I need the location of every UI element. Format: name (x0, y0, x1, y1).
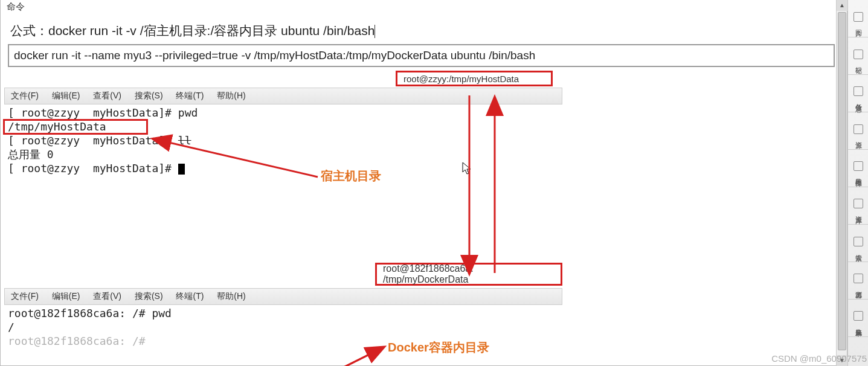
panel-label: 标记 (854, 62, 863, 63)
menu-file[interactable]: 文件(F) (11, 291, 39, 301)
prompt-path: myHostData]# (93, 134, 172, 147)
panel-icon (854, 124, 863, 134)
svg-line-4 (344, 347, 384, 366)
rp-mark[interactable]: 标记 (848, 37, 868, 75)
terminal-host-title: root@zzyy:/tmp/myHostData (396, 71, 553, 86)
rp-resource[interactable]: 资源 (848, 112, 868, 150)
terminal-docker-title: root@182f1868ca6a: /tmp/myDockerData (375, 263, 562, 286)
formula-text: docker run -it -v /宿主机目录:/容器内目录 ubuntu /… (48, 24, 375, 37)
rp-search[interactable]: 搜索 (848, 225, 868, 262)
menu-help[interactable]: 帮助(H) (217, 291, 245, 301)
menu-terminal[interactable]: 终端(T) (176, 91, 204, 100)
vertical-scrollbar[interactable]: ▲ ▼ (836, 0, 847, 366)
mouse-cursor-icon (462, 162, 472, 175)
rp-mind[interactable]: 导图组件 (848, 150, 868, 187)
panel-label: 任务信息 (854, 98, 863, 101)
output-total: 总用量 0 (8, 147, 559, 161)
rp-brain[interactable]: 头脑风暴 (848, 300, 868, 337)
menu-edit[interactable]: 编辑(E) (52, 291, 80, 301)
output-root: / (8, 320, 559, 334)
cmd-pwd: pwd (178, 106, 198, 119)
menu-help[interactable]: 帮助(H) (217, 91, 245, 100)
panel-icon (854, 86, 863, 96)
svg-line-3 (344, 347, 384, 366)
cmd-pwd-docker: root@182f1868ca6a: /# pwd (8, 306, 559, 320)
panel-icon (854, 237, 863, 246)
annotation-host-label: 宿主机目录 (321, 168, 381, 184)
terminal-docker-menubar: 文件(F) 编辑(E) 查看(V) 搜索(S) 终端(T) 帮助(H) (4, 288, 562, 305)
editor-canvas: 命令 公式：docker run -it -v /宿主机目录:/容器内目录 ub… (0, 0, 847, 366)
scroll-up-icon[interactable]: ▲ (837, 0, 847, 11)
section-title: 命令 (4, 0, 838, 14)
terminal-docker-window: root@182f1868ca6a: /tmp/myDockerData 文件(… (4, 263, 562, 349)
text-caret (375, 25, 375, 38)
rp-task[interactable]: 任务信息 (848, 75, 868, 112)
menu-terminal[interactable]: 终端(T) (176, 291, 204, 301)
prompt-path: myHostData]# (93, 162, 172, 175)
terminal-host-body[interactable]: [ root@zzyy myHostData]# pwd /tmp/myHost… (4, 104, 562, 262)
rp-image[interactable]: 图片 (848, 0, 868, 37)
panel-label: 搜索 (854, 249, 863, 250)
panel-label: 图片 (854, 24, 863, 25)
prompt-host: [ root@zzyy (8, 134, 80, 147)
rp-browser[interactable]: 浏览器 (848, 262, 868, 300)
menu-search[interactable]: 搜索(S) (135, 291, 163, 301)
panel-icon (854, 274, 863, 283)
terminal-host-window: root@zzyy:/tmp/myHostData 文件(F) 编辑(E) 查看… (4, 71, 562, 262)
panel-icon (854, 311, 863, 321)
rp-lib[interactable]: 资源库 (848, 187, 868, 225)
panel-icon (854, 12, 863, 22)
panel-icon (854, 50, 863, 59)
highlight-host-path (3, 119, 148, 135)
command-box: docker run -it --name myu3 --privileged=… (8, 44, 835, 67)
right-sidebar: 图片标记任务信息资源导图组件资源库搜索浏览器头脑风暴 (847, 0, 868, 366)
menu-edit[interactable]: 编辑(E) (52, 91, 80, 100)
prompt-host: [ root@zzyy (8, 162, 80, 175)
scrollbar-thumb[interactable] (838, 12, 846, 350)
formula-line: 公式：docker run -it -v /宿主机目录:/容器内目录 ubunt… (4, 14, 838, 44)
menu-view[interactable]: 查看(V) (93, 91, 121, 100)
watermark: CSDN @m0_60907575 (771, 353, 867, 364)
annotation-docker-label: Docker容器内目录 (388, 339, 489, 356)
terminal-cursor-icon (178, 164, 185, 175)
prompt-path: myHostData]# (93, 106, 172, 119)
panel-icon (854, 161, 863, 171)
panel-label: 头脑风暴 (854, 323, 863, 326)
menu-file[interactable]: 文件(F) (11, 91, 39, 100)
menu-view[interactable]: 查看(V) (93, 291, 121, 301)
panel-label: 浏览器 (854, 286, 863, 287)
panel-label: 资源 (854, 136, 863, 138)
panel-icon (854, 199, 863, 208)
panel-label: 导图组件 (854, 173, 863, 176)
prompt-host: [ root@zzyy (8, 106, 80, 119)
panel-label: 资源库 (854, 211, 863, 213)
cmd-ll: ll (178, 134, 191, 147)
menu-search[interactable]: 搜索(S) (135, 91, 163, 100)
terminal-host-menubar: 文件(F) 编辑(E) 查看(V) 搜索(S) 终端(T) 帮助(H) (4, 88, 562, 104)
formula-prefix: 公式： (10, 24, 48, 37)
